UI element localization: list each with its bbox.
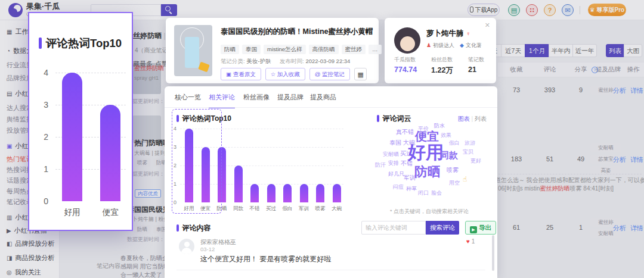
commenter-avatar <box>179 239 194 254</box>
gridline <box>55 73 126 73</box>
stat-label: 千瓜指数 <box>394 56 428 64</box>
x-tick-label: 喷雾 <box>312 205 328 213</box>
zoom-selection-box[interactable] <box>172 109 222 214</box>
popup-chart-title: 评论热词Top10 <box>46 36 122 51</box>
wordcloud-toggle-列表[interactable]: 列表 <box>475 115 487 122</box>
wordcloud-word[interactable]: 旅游 <box>465 140 475 146</box>
wordcloud-word[interactable]: 防汗 <box>375 163 386 168</box>
comment-keyword-input[interactable] <box>361 221 426 235</box>
wordcloud-word[interactable]: 安排 <box>388 161 399 166</box>
x-tick-label: 大碗 <box>329 205 345 213</box>
wordcloud-word[interactable]: 更好 <box>470 158 481 164</box>
tab-相关评论[interactable]: 相关评论 <box>209 93 235 108</box>
wordcloud-word[interactable]: 用空 <box>449 180 460 186</box>
search-comments-button[interactable]: 搜索评论 <box>426 221 459 235</box>
wordcloud-word[interactable]: 宝贝 <box>463 149 473 155</box>
tabs-divider <box>165 107 497 108</box>
wordcloud-word[interactable]: 泰国 <box>389 140 401 146</box>
wordcloud-toggle-图表[interactable]: 图表 <box>458 115 470 122</box>
monitor-icon: @ <box>315 71 322 77</box>
wordcloud-word[interactable]: 假白 <box>449 140 460 146</box>
note-detail-card: 泰国国民级别的的防晒！Mistine蜜丝婷小黄帽 防晒泰国mistine怎么样高… <box>166 18 379 83</box>
comment-divider <box>177 270 485 270</box>
bar-好用 <box>62 73 82 201</box>
thumb-up-icon[interactable]: ☝ <box>463 176 467 183</box>
note-tag[interactable]: 高倍防晒 <box>309 45 339 54</box>
查看原文-button[interactable]: ▣ 查看原文 <box>221 68 261 80</box>
wordcloud-word[interactable]: 种草 <box>406 186 417 192</box>
x-tick-label: 军训 <box>296 205 312 213</box>
note-tag[interactable]: 防晒 <box>221 45 239 54</box>
bottle-cap-graphic <box>198 62 209 73</box>
x-tick-label: 好用 <box>54 207 90 218</box>
export-icon: ▶ <box>470 226 477 233</box>
comments-section-title: 评论内容 <box>177 223 211 233</box>
note-tag[interactable]: mistine怎么样 <box>264 45 306 54</box>
stat-value: 21 <box>468 65 504 74</box>
title-accent-bar <box>39 38 42 49</box>
wordcloud-word[interactable]: 不错 <box>401 161 413 167</box>
bar-同款[interactable] <box>234 165 243 202</box>
heart-icon: ♥ <box>466 238 472 245</box>
wordcloud-word[interactable]: 真不错 <box>396 129 414 135</box>
zoom-preview-popup: 评论热词Top10 01234好用便宜 <box>28 12 133 231</box>
bar-军训[interactable] <box>300 184 308 202</box>
wordcloud-word[interactable]: 好几只 <box>388 171 404 177</box>
wordcloud-word[interactable]: 脸会 <box>431 190 442 196</box>
bar-大碗[interactable] <box>333 184 341 202</box>
y-tick-label: 1 <box>36 164 48 174</box>
x-tick-label: 不错 <box>247 205 262 213</box>
bar-买过[interactable] <box>267 184 275 202</box>
talent-level-icon: ♟ <box>426 42 431 48</box>
bar-不错[interactable] <box>250 184 259 202</box>
tab-提及商品[interactable]: 提及商品 <box>310 93 336 107</box>
comment-date: 03-12 <box>200 246 215 252</box>
加入收藏-button[interactable]: ☆ 加入收藏 <box>265 68 305 80</box>
wordcloud-word[interactable]: 好用 <box>408 143 444 161</box>
bar-喷雾[interactable] <box>316 184 324 202</box>
监控笔记-button[interactable]: @ 监控笔记 <box>309 68 350 80</box>
wordcloud-word[interactable]: 防晒 <box>414 165 441 179</box>
view-origin-icon: ▣ <box>226 71 233 77</box>
wordcloud-hint: * 点击关键词，自动搜索相关评论 <box>390 208 469 215</box>
note-tag[interactable]: 泰国 <box>242 45 261 54</box>
wordcloud-word[interactable]: 防水 <box>434 123 445 129</box>
badge-label: 初级达人 <box>433 42 454 48</box>
export-button[interactable]: ▶导出 <box>465 221 496 235</box>
x-tick-label: 同款 <box>231 205 246 213</box>
wordcloud-word[interactable]: 便宜 <box>415 130 439 142</box>
wordcloud-word[interactable]: 喷雾 <box>447 167 459 173</box>
tab-提及品牌[interactable]: 提及品牌 <box>277 93 304 107</box>
note-meta: 笔记分类: 美妆-护肤 发布时间: 2022-03-09 22:34 <box>221 58 350 65</box>
tab-核心一览[interactable]: 核心一览 <box>175 93 201 107</box>
note-tag[interactable]: … <box>369 45 382 54</box>
author-name: 萝卜炖牛腩 ♀ <box>426 29 470 39</box>
note-cover-image[interactable] <box>174 25 212 76</box>
comment-text: 这个便宜又好用！ 要是有喷雾的就更好啦 <box>200 254 331 264</box>
comment-likes[interactable]: ♥ 1 <box>466 238 475 245</box>
tab-粉丝画像[interactable]: 粉丝画像 <box>243 93 270 107</box>
note-tag[interactable]: 蜜丝婷 <box>342 45 366 54</box>
wordcloud-word[interactable]: 同款 <box>440 151 458 160</box>
close-icon[interactable]: ✕ <box>485 21 490 29</box>
author-avatar[interactable] <box>394 27 420 54</box>
wordcloud-view-toggle: 图表 | 列表 <box>458 115 487 123</box>
star-icon: ☆ <box>271 71 277 77</box>
y-tick-label: 4 <box>36 68 48 77</box>
comments-scrollbar[interactable] <box>492 235 494 271</box>
bar-假白[interactable] <box>283 184 292 202</box>
wordcloud-word[interactable]: 军训 <box>404 175 416 181</box>
wordcloud-word[interactable]: 闷痘 <box>393 185 404 190</box>
sunscreen-bottle-graphic <box>185 37 199 68</box>
note-action-buttons: ▣ 查看原文☆ 加入收藏@ 监控笔记▦ <box>221 68 367 80</box>
stat-value: 1.22万 <box>431 65 467 76</box>
wordcloud-section-title: 评论词云 <box>377 114 411 124</box>
wordcloud-word[interactable]: 安耐晒 <box>383 152 399 157</box>
wordcloud-word[interactable]: 闭口 <box>418 190 429 196</box>
qr-code-button[interactable]: ▦ <box>354 68 367 80</box>
x-tick-label: 买过 <box>264 205 279 213</box>
y-tick-label: 3 <box>36 100 48 110</box>
badge-label: 文化薯 <box>466 42 482 48</box>
wordcloud-word[interactable]: 效果 <box>441 133 451 138</box>
note-analysis-panel: 核心一览相关评论粉丝画像提及品牌提及商品 评论热词Top10 01234好用便宜… <box>165 86 497 278</box>
